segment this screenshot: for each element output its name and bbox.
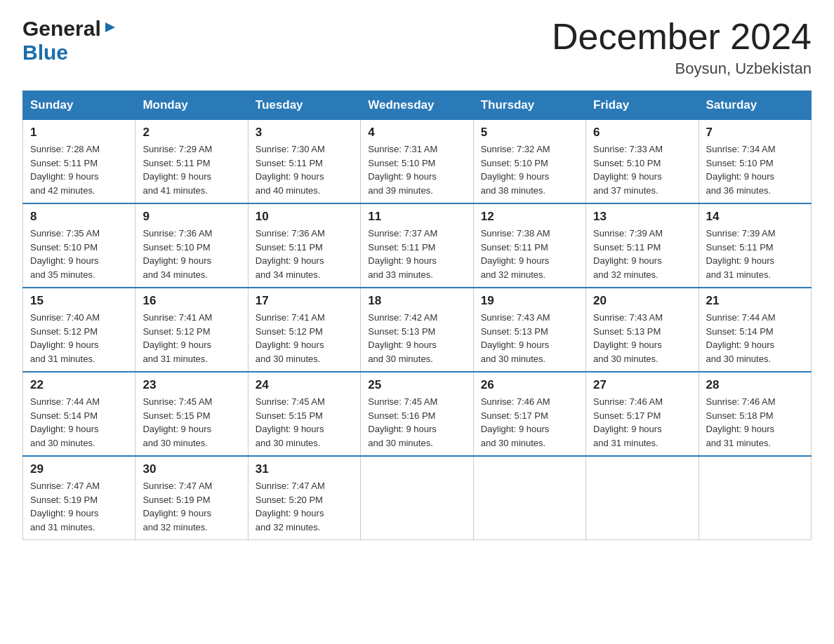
- day-header-sunday: Sunday: [23, 91, 135, 120]
- day-number: 8: [30, 210, 128, 224]
- calendar-header-row: SundayMondayTuesdayWednesdayThursdayFrid…: [23, 91, 812, 120]
- calendar-cell: 3Sunrise: 7:30 AMSunset: 5:11 PMDaylight…: [248, 120, 360, 204]
- day-header-friday: Friday: [586, 91, 699, 120]
- calendar-cell: 10Sunrise: 7:36 AMSunset: 5:11 PMDayligh…: [248, 203, 360, 288]
- day-number: 19: [481, 294, 578, 308]
- calendar-subtitle: Boysun, Uzbekistan: [552, 60, 812, 78]
- svg-marker-0: [105, 22, 115, 32]
- calendar-cell: 25Sunrise: 7:45 AMSunset: 5:16 PMDayligh…: [361, 372, 473, 456]
- calendar-cell: 23Sunrise: 7:45 AMSunset: 5:15 PMDayligh…: [135, 372, 248, 456]
- day-info: Sunrise: 7:46 AMSunset: 5:18 PMDaylight:…: [706, 395, 804, 450]
- calendar-cell: 30Sunrise: 7:47 AMSunset: 5:19 PMDayligh…: [135, 456, 248, 540]
- day-info: Sunrise: 7:42 AMSunset: 5:13 PMDaylight:…: [368, 311, 465, 365]
- day-info: Sunrise: 7:41 AMSunset: 5:12 PMDaylight:…: [256, 311, 353, 365]
- calendar-cell: 9Sunrise: 7:36 AMSunset: 5:10 PMDaylight…: [135, 203, 248, 288]
- day-number: 25: [368, 378, 465, 392]
- calendar-cell: 16Sunrise: 7:41 AMSunset: 5:12 PMDayligh…: [135, 288, 248, 372]
- calendar-cell: 26Sunrise: 7:46 AMSunset: 5:17 PMDayligh…: [473, 372, 585, 456]
- day-info: Sunrise: 7:31 AMSunset: 5:10 PMDaylight:…: [368, 142, 465, 197]
- day-number: 12: [481, 210, 578, 224]
- calendar-table: SundayMondayTuesdayWednesdayThursdayFrid…: [22, 90, 812, 540]
- calendar-cell: [586, 456, 699, 540]
- day-info: Sunrise: 7:39 AMSunset: 5:11 PMDaylight:…: [593, 227, 691, 281]
- day-number: 27: [593, 378, 691, 392]
- calendar-cell: 15Sunrise: 7:40 AMSunset: 5:12 PMDayligh…: [23, 288, 135, 372]
- day-info: Sunrise: 7:47 AMSunset: 5:20 PMDaylight:…: [256, 479, 353, 534]
- day-header-saturday: Saturday: [699, 91, 811, 120]
- calendar-week-row: 15Sunrise: 7:40 AMSunset: 5:12 PMDayligh…: [23, 288, 812, 372]
- calendar-cell: [699, 456, 811, 540]
- day-info: Sunrise: 7:44 AMSunset: 5:14 PMDaylight:…: [30, 395, 128, 450]
- day-number: 28: [706, 378, 804, 392]
- calendar-cell: [473, 456, 585, 540]
- day-info: Sunrise: 7:40 AMSunset: 5:12 PMDaylight:…: [30, 311, 128, 365]
- day-info: Sunrise: 7:47 AMSunset: 5:19 PMDaylight:…: [143, 479, 240, 534]
- calendar-cell: 18Sunrise: 7:42 AMSunset: 5:13 PMDayligh…: [361, 288, 473, 372]
- day-number: 23: [143, 378, 240, 392]
- day-header-tuesday: Tuesday: [248, 91, 360, 120]
- day-header-thursday: Thursday: [473, 91, 585, 120]
- title-block: December 2024 Boysun, Uzbekistan: [552, 17, 812, 78]
- day-number: 21: [706, 294, 804, 308]
- calendar-cell: 29Sunrise: 7:47 AMSunset: 5:19 PMDayligh…: [23, 456, 135, 540]
- day-number: 26: [481, 378, 578, 392]
- day-info: Sunrise: 7:46 AMSunset: 5:17 PMDaylight:…: [593, 395, 691, 450]
- day-number: 14: [706, 210, 804, 224]
- calendar-cell: 8Sunrise: 7:35 AMSunset: 5:10 PMDaylight…: [23, 203, 135, 288]
- day-number: 17: [256, 294, 353, 308]
- calendar-week-row: 22Sunrise: 7:44 AMSunset: 5:14 PMDayligh…: [23, 372, 812, 456]
- day-info: Sunrise: 7:34 AMSunset: 5:10 PMDaylight:…: [706, 142, 804, 197]
- calendar-cell: 2Sunrise: 7:29 AMSunset: 5:11 PMDaylight…: [135, 120, 248, 204]
- day-info: Sunrise: 7:32 AMSunset: 5:10 PMDaylight:…: [481, 142, 578, 197]
- calendar-week-row: 29Sunrise: 7:47 AMSunset: 5:19 PMDayligh…: [23, 456, 812, 540]
- logo: General Blue: [22, 17, 118, 65]
- calendar-week-row: 1Sunrise: 7:28 AMSunset: 5:11 PMDaylight…: [23, 120, 812, 204]
- day-number: 30: [143, 462, 240, 476]
- day-number: 7: [706, 126, 804, 140]
- day-info: Sunrise: 7:39 AMSunset: 5:11 PMDaylight:…: [706, 227, 804, 281]
- calendar-cell: 4Sunrise: 7:31 AMSunset: 5:10 PMDaylight…: [361, 120, 473, 204]
- day-info: Sunrise: 7:41 AMSunset: 5:12 PMDaylight:…: [143, 311, 240, 365]
- calendar-cell: 27Sunrise: 7:46 AMSunset: 5:17 PMDayligh…: [586, 372, 699, 456]
- calendar-cell: 20Sunrise: 7:43 AMSunset: 5:13 PMDayligh…: [586, 288, 699, 372]
- day-header-monday: Monday: [135, 91, 248, 120]
- calendar-cell: [361, 456, 473, 540]
- day-info: Sunrise: 7:45 AMSunset: 5:16 PMDaylight:…: [368, 395, 465, 450]
- day-number: 2: [143, 126, 240, 140]
- calendar-cell: 12Sunrise: 7:38 AMSunset: 5:11 PMDayligh…: [473, 203, 585, 288]
- calendar-cell: 19Sunrise: 7:43 AMSunset: 5:13 PMDayligh…: [473, 288, 585, 372]
- calendar-cell: 22Sunrise: 7:44 AMSunset: 5:14 PMDayligh…: [23, 372, 135, 456]
- day-info: Sunrise: 7:37 AMSunset: 5:11 PMDaylight:…: [368, 227, 465, 281]
- day-number: 3: [256, 126, 353, 140]
- day-info: Sunrise: 7:29 AMSunset: 5:11 PMDaylight:…: [143, 142, 240, 197]
- day-number: 15: [30, 294, 128, 308]
- calendar-cell: 28Sunrise: 7:46 AMSunset: 5:18 PMDayligh…: [699, 372, 811, 456]
- day-number: 13: [593, 210, 691, 224]
- day-number: 31: [256, 462, 353, 476]
- calendar-cell: 24Sunrise: 7:45 AMSunset: 5:15 PMDayligh…: [248, 372, 360, 456]
- day-number: 24: [256, 378, 353, 392]
- day-number: 22: [30, 378, 128, 392]
- day-info: Sunrise: 7:38 AMSunset: 5:11 PMDaylight:…: [481, 227, 578, 281]
- page-header: General Blue December 2024 Boysun, Uzbek…: [22, 17, 812, 78]
- day-number: 11: [368, 210, 465, 224]
- calendar-cell: 17Sunrise: 7:41 AMSunset: 5:12 PMDayligh…: [248, 288, 360, 372]
- calendar-cell: 5Sunrise: 7:32 AMSunset: 5:10 PMDaylight…: [473, 120, 585, 204]
- calendar-cell: 6Sunrise: 7:33 AMSunset: 5:10 PMDaylight…: [586, 120, 699, 204]
- day-info: Sunrise: 7:46 AMSunset: 5:17 PMDaylight:…: [481, 395, 578, 450]
- day-info: Sunrise: 7:43 AMSunset: 5:13 PMDaylight:…: [593, 311, 691, 365]
- day-number: 10: [256, 210, 353, 224]
- day-info: Sunrise: 7:35 AMSunset: 5:10 PMDaylight:…: [30, 227, 128, 281]
- calendar-week-row: 8Sunrise: 7:35 AMSunset: 5:10 PMDaylight…: [23, 203, 812, 288]
- day-number: 9: [143, 210, 240, 224]
- day-info: Sunrise: 7:33 AMSunset: 5:10 PMDaylight:…: [593, 142, 691, 197]
- calendar-title: December 2024: [552, 17, 812, 57]
- calendar-cell: 11Sunrise: 7:37 AMSunset: 5:11 PMDayligh…: [361, 203, 473, 288]
- calendar-cell: 14Sunrise: 7:39 AMSunset: 5:11 PMDayligh…: [699, 203, 811, 288]
- logo-arrow-icon: [102, 20, 118, 35]
- calendar-cell: 31Sunrise: 7:47 AMSunset: 5:20 PMDayligh…: [248, 456, 360, 540]
- day-info: Sunrise: 7:43 AMSunset: 5:13 PMDaylight:…: [481, 311, 578, 365]
- day-info: Sunrise: 7:47 AMSunset: 5:19 PMDaylight:…: [30, 479, 128, 534]
- day-info: Sunrise: 7:36 AMSunset: 5:11 PMDaylight:…: [256, 227, 353, 281]
- logo-blue-text: Blue: [22, 41, 68, 64]
